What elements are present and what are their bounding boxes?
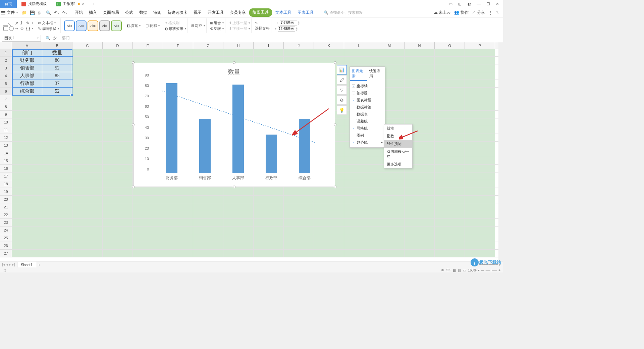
col-header[interactable]: F [163, 42, 193, 49]
chart-object[interactable]: 数量 0102030405060708090 财务部销售部人事部行政部综合部 [133, 63, 335, 187]
cell-B1[interactable]: 数量 [42, 49, 72, 56]
col-header[interactable]: G [193, 42, 223, 49]
cell-A6[interactable]: 综合部 [12, 88, 42, 95]
panel-item-axes[interactable]: ✓坐标轴 [350, 83, 385, 90]
panel-item-trendline[interactable]: ✓趋势线▶ [350, 139, 385, 146]
col-header[interactable]: O [435, 42, 465, 49]
checkbox-icon[interactable]: ✓ [352, 127, 355, 130]
cell-B2[interactable]: 86 [42, 57, 72, 64]
panel-item-gridlines[interactable]: ✓网格线 [350, 125, 385, 132]
col-header[interactable]: I [254, 42, 284, 49]
view-break-icon[interactable]: ▭ [463, 268, 466, 272]
style-2[interactable]: Abc [76, 20, 87, 31]
col-header[interactable]: A [12, 42, 42, 49]
style-4[interactable]: Abc [99, 20, 110, 31]
submenu-forecast[interactable]: 线性预测 [384, 140, 412, 148]
sheet-nav[interactable]: |◂ ◂ ▸ ▸| [2, 262, 15, 267]
panel-item-legend[interactable]: 图例 [350, 132, 385, 139]
cell-A5[interactable]: 行政部 [12, 80, 42, 87]
tab-chart-tools[interactable]: 图表工具 [295, 8, 316, 17]
bar[interactable] [199, 119, 211, 173]
tab-layout[interactable]: 页面布局 [100, 8, 122, 17]
menu-icon[interactable] [1, 11, 5, 14]
add-sheet-button[interactable]: + [38, 263, 40, 267]
panel-item-axistitle[interactable]: 轴标题 [350, 90, 385, 97]
style-5[interactable]: Abc [111, 20, 122, 31]
bar[interactable] [299, 119, 310, 173]
panel-item-charttitle[interactable]: ✓图表标题 [350, 97, 385, 104]
zoom-control[interactable]: 160%▾ — ──○── + [468, 268, 500, 272]
edit-shape-button[interactable]: ✎ 编辑形状 [38, 26, 59, 31]
layout-icon[interactable]: ▭ [447, 1, 453, 7]
fx-icon[interactable]: fx [53, 36, 56, 41]
col-header[interactable]: C [72, 42, 103, 49]
checkbox-icon[interactable]: ✓ [352, 85, 355, 88]
checkbox-icon[interactable] [352, 113, 355, 116]
redo-icon[interactable]: ↷ [62, 10, 67, 15]
view-page-icon[interactable]: ▤ [458, 268, 461, 272]
select-all-corner[interactable] [0, 42, 12, 49]
fill-button[interactable]: ◧ 填充 [126, 23, 141, 28]
cell-A1[interactable]: 部门 [12, 49, 42, 56]
minimize-button[interactable]: — [476, 1, 482, 7]
panel-item-datalabels[interactable]: 数据标签 [350, 104, 385, 111]
tab-templates[interactable]: 找稻壳模板 [17, 0, 51, 8]
checkbox-icon[interactable] [352, 120, 355, 123]
rotate-button[interactable]: ⟲ 旋转 [210, 26, 224, 31]
share-button[interactable]: ↗ 分享 [472, 10, 485, 15]
checkbox-icon[interactable]: ✓ [352, 141, 355, 144]
selection-pane-button[interactable]: ↖ [255, 21, 270, 25]
panel-item-errorbars[interactable]: 误差线 [350, 118, 385, 125]
col-header[interactable]: N [405, 42, 435, 49]
submenu-expo[interactable]: 指数 [384, 132, 412, 140]
tab-draw[interactable]: 绘图工具 [249, 8, 272, 17]
col-header[interactable]: D [103, 42, 133, 49]
cell-A3[interactable]: 销售部 [12, 64, 42, 72]
tab-workbook[interactable]: S工作簿1✕ [51, 0, 89, 8]
submenu-more[interactable]: 更多选项... [384, 160, 412, 168]
shape-effects-button[interactable]: ◐ 形状效果 [165, 26, 186, 31]
style-1[interactable]: Abc [64, 20, 75, 31]
eye-icon[interactable]: 👁 [441, 268, 444, 272]
more-icon[interactable]: ⋮ [488, 10, 492, 15]
submenu-linear[interactable]: 线性 [384, 124, 412, 132]
cell-B4[interactable]: 85 [42, 72, 72, 80]
resize-handle[interactable] [233, 61, 235, 64]
tab-review[interactable]: 审阅 [151, 8, 164, 17]
group-button[interactable]: ⊞ 组合 [210, 20, 224, 26]
close-icon[interactable]: ✕ [82, 2, 85, 6]
panel-item-datatable[interactable]: 数据表 [350, 111, 385, 118]
resize-handle[interactable] [132, 61, 135, 64]
height-input[interactable] [278, 26, 295, 32]
chart-settings-button[interactable]: ⚙ [337, 95, 347, 105]
col-header[interactable]: P [465, 42, 495, 49]
undo-icon[interactable]: ↶ [54, 10, 59, 15]
chart-elements-button[interactable]: 📊 [337, 65, 347, 74]
chart-filter-button[interactable]: ▽ [337, 85, 347, 95]
width-input[interactable] [280, 20, 297, 26]
cell-B3[interactable]: 52 [42, 64, 72, 72]
vertical-scrollbar[interactable] [498, 42, 503, 272]
style-3[interactable]: Abc [88, 20, 98, 31]
submenu-movavg[interactable]: 双周期移动平均 [384, 148, 412, 160]
bar[interactable] [266, 135, 277, 173]
textbox-button[interactable]: ▭ 文本框 [38, 20, 59, 26]
view-normal-icon[interactable]: ▦ [453, 268, 456, 272]
col-header[interactable]: M [374, 42, 405, 49]
bar[interactable] [232, 85, 244, 173]
resize-handle[interactable] [132, 123, 135, 126]
bar[interactable] [166, 83, 177, 173]
zoom-in[interactable]: + [498, 268, 500, 272]
checkbox-icon[interactable]: ✓ [352, 99, 355, 102]
tab-dev[interactable]: 开发工具 [205, 8, 226, 17]
cloud-status[interactable]: ☁ 未上云 [434, 10, 451, 15]
tab-formula[interactable]: 公式 [122, 8, 136, 17]
collab-button[interactable]: 👥 协作 [454, 10, 468, 15]
print-icon[interactable]: ⎙ [38, 10, 43, 15]
cell-A4[interactable]: 人事部 [12, 72, 42, 80]
panel-tab-elements[interactable]: 图表元素 [350, 67, 367, 81]
resize-handle[interactable] [334, 123, 336, 126]
skin-icon[interactable]: ◐ [466, 1, 472, 7]
new-tab-button[interactable]: + [89, 2, 98, 6]
chart-title[interactable]: 数量 [133, 63, 335, 79]
